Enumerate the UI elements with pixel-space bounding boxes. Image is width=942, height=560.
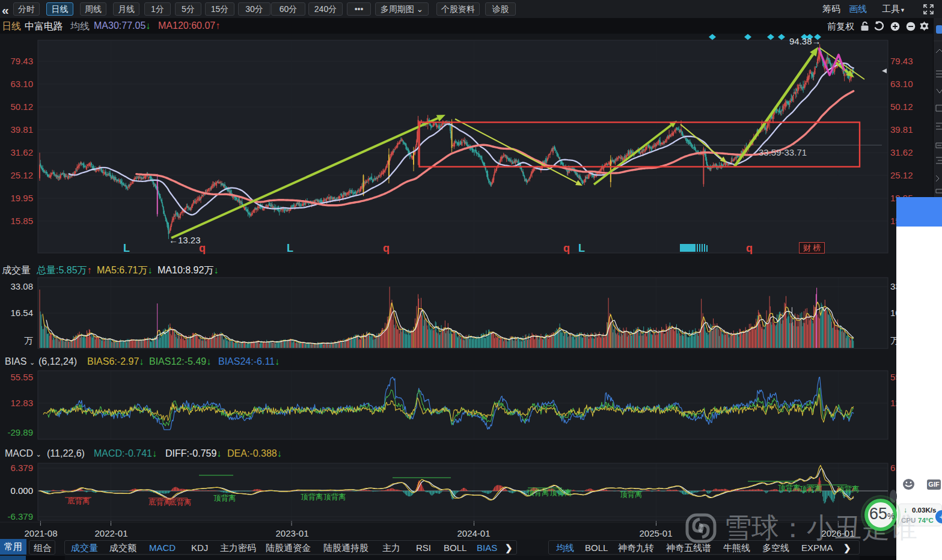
svg-text:q: q (383, 242, 390, 254)
svg-text:79.43: 79.43 (10, 56, 33, 66)
svg-text:底背离: 底背离 (169, 498, 192, 507)
svg-text:←13.23: ←13.23 (169, 235, 201, 245)
svg-text:63.10: 63.10 (10, 79, 33, 89)
svg-text:25.12: 25.12 (890, 170, 913, 180)
svg-text:顶背离: 顶背离 (323, 493, 346, 501)
svg-text:L: L (287, 242, 293, 254)
svg-text:39.81: 39.81 (10, 124, 33, 135)
svg-text:15.85: 15.85 (10, 216, 33, 226)
svg-text:顶背离: 顶背离 (778, 484, 801, 492)
svg-text:顶背离: 顶背离 (620, 490, 643, 499)
svg-text:6.379: 6.379 (10, 463, 33, 473)
svg-text:-29.89: -29.89 (7, 427, 33, 437)
svg-text:2025-01: 2025-01 (639, 528, 672, 538)
svg-text:L: L (578, 242, 585, 254)
svg-text:顶背离: 顶背离 (527, 488, 549, 497)
svg-text:50.12: 50.12 (890, 102, 913, 112)
svg-text:55.55: 55.55 (10, 372, 33, 382)
svg-text:63.10: 63.10 (890, 79, 913, 89)
svg-text:L: L (123, 242, 130, 254)
svg-text:q: q (563, 242, 570, 254)
svg-text:79.43: 79.43 (890, 56, 913, 66)
svg-text:94.38→: 94.38→ (789, 36, 821, 46)
svg-text:31.62: 31.62 (890, 147, 913, 157)
svg-text:底背离: 底背离 (67, 497, 90, 505)
svg-text:万: 万 (24, 335, 33, 345)
svg-text:q: q (746, 242, 753, 254)
svg-text:16.54: 16.54 (10, 308, 33, 318)
svg-text:12.83: 12.83 (10, 398, 33, 408)
svg-text:2022-01: 2022-01 (94, 528, 127, 538)
svg-text:顶背离: 顶背离 (301, 493, 323, 501)
svg-text:顶背离: 顶背离 (549, 488, 572, 497)
svg-text:2023-01: 2023-01 (275, 528, 308, 538)
svg-text:19.95: 19.95 (10, 193, 33, 203)
svg-text:底背离: 底背离 (148, 498, 171, 507)
svg-text:顶背离: 顶背离 (800, 485, 822, 493)
svg-text:50.12: 50.12 (10, 102, 33, 112)
svg-text:2024-01: 2024-01 (457, 528, 490, 538)
svg-text:2021-08: 2021-08 (24, 528, 57, 538)
svg-text:0.000: 0.000 (10, 485, 33, 496)
svg-text:财 榜: 财 榜 (803, 243, 821, 252)
svg-text:顶背离: 顶背离 (213, 494, 236, 502)
svg-text:25.12: 25.12 (10, 170, 33, 180)
svg-text:q: q (199, 242, 206, 254)
svg-text:33.08: 33.08 (10, 281, 33, 291)
svg-text:-6.379: -6.379 (7, 511, 33, 522)
svg-text:31.62: 31.62 (10, 147, 33, 157)
svg-text:33.59-33.71: 33.59-33.71 (759, 147, 807, 157)
svg-text:顶背离: 顶背离 (837, 485, 860, 493)
svg-text:39.81: 39.81 (890, 124, 913, 135)
